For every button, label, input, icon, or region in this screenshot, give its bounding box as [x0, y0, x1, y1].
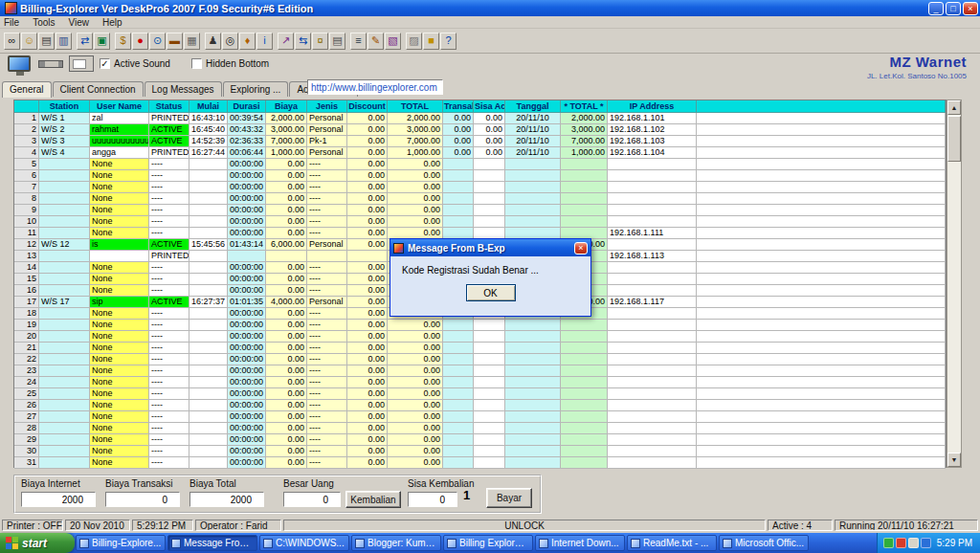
biaya-internet-field[interactable]: [21, 492, 96, 507]
table-row[interactable]: 30None----00:00:000.00----0.000.00: [14, 446, 946, 457]
maximize-button[interactable]: □: [946, 2, 961, 15]
help-icon[interactable]: ?: [440, 33, 457, 50]
database-icon[interactable]: ▦: [184, 33, 200, 50]
column-header[interactable]: Jenis: [307, 100, 347, 113]
table-row[interactable]: 19None----00:00:000.00----0.000.00: [14, 320, 946, 331]
column-header[interactable]: Sisa Acc: [474, 100, 505, 113]
network-status-icon[interactable]: [921, 538, 931, 548]
biaya-total-field[interactable]: [189, 492, 264, 507]
biaya-transaksi-field[interactable]: [105, 492, 180, 507]
column-header[interactable]: Biaya: [266, 100, 307, 113]
antivirus-icon[interactable]: [883, 538, 894, 548]
operators-icon[interactable]: ♟: [205, 33, 221, 50]
table-row[interactable]: 24None----00:00:000.00----0.000.00: [14, 377, 946, 388]
tab-general[interactable]: General: [2, 81, 52, 98]
info-icon[interactable]: i: [256, 33, 273, 50]
stop-icon[interactable]: ●: [132, 33, 148, 50]
column-header[interactable]: [697, 100, 946, 113]
column-header[interactable]: Tanggal: [505, 100, 561, 113]
sisa-kembalian-field[interactable]: [408, 492, 457, 507]
taskbar-item[interactable]: C:\WINDOWS...: [259, 535, 349, 551]
chart-icon[interactable]: ↗: [278, 33, 294, 50]
table-row[interactable]: 29None----00:00:000.00----0.000.00: [14, 434, 946, 446]
table-row[interactable]: 9None----00:00:000.00----0.000.00: [14, 205, 946, 216]
hidden-bottom-checkbox[interactable]: [191, 58, 202, 69]
coins-icon[interactable]: $: [115, 33, 131, 50]
column-header[interactable]: Transaksi: [443, 100, 474, 113]
taskbar-item[interactable]: Billing Explorer...: [443, 535, 533, 551]
table-row[interactable]: 26None----00:00:000.00----0.000.00: [14, 400, 946, 411]
search-client-icon[interactable]: ◎: [222, 33, 238, 50]
dialog-close-button[interactable]: ×: [574, 242, 588, 254]
table-row[interactable]: 27None----00:00:000.00----0.000.00: [14, 411, 946, 423]
table-row[interactable]: 1W/S 1zalPRINTED16:43:1000:39:542,000.00…: [14, 113, 946, 124]
kembalian-button[interactable]: Kembalian: [345, 491, 401, 508]
tab-client-connection[interactable]: Client Connection: [53, 81, 144, 97]
security-alert-icon[interactable]: [896, 538, 906, 548]
calculator-icon[interactable]: ≡: [350, 33, 367, 50]
column-header[interactable]: Mulai: [189, 100, 228, 113]
transfer-icon[interactable]: ⇆: [295, 33, 311, 50]
menu-tools[interactable]: Tools: [33, 17, 55, 28]
cash-register-icon[interactable]: ¤: [312, 33, 328, 50]
scroll-down-button[interactable]: ▼: [947, 453, 961, 467]
table-row[interactable]: 25None----00:00:000.00----0.000.00: [14, 388, 946, 400]
smiley-icon[interactable]: ☺: [21, 33, 37, 50]
table-row[interactable]: 6None----00:00:000.00----0.000.00: [14, 170, 946, 182]
scroll-thumb[interactable]: [947, 116, 961, 162]
table-row[interactable]: 4W/S 4anggaPRINTED16:27:4400:06:441,000.…: [14, 147, 946, 159]
taskbar-item[interactable]: Blogger: Kump...: [351, 535, 441, 551]
table-row[interactable]: 7None----00:00:000.00----0.000.00: [14, 182, 946, 193]
scroll-up-button[interactable]: ▲: [947, 100, 961, 115]
column-header[interactable]: * TOTAL *: [561, 100, 608, 113]
column-header[interactable]: Discount: [347, 100, 388, 113]
column-header[interactable]: TOTAL: [388, 100, 443, 113]
table-row[interactable]: 21None----00:00:000.00----0.000.00: [14, 343, 946, 354]
dialog-title-bar[interactable]: Message From B-Exp ×: [390, 239, 590, 256]
taskbar-item[interactable]: Message From ...: [167, 535, 257, 551]
column-header[interactable]: IP Address: [608, 100, 697, 113]
table-row[interactable]: 22None----00:00:000.00----0.000.00: [14, 354, 946, 365]
table-row[interactable]: 23None----00:00:000.00----0.000.00: [14, 365, 946, 377]
start-button[interactable]: start: [0, 533, 75, 553]
column-header[interactable]: Station: [39, 100, 90, 113]
menu-file[interactable]: File: [4, 17, 19, 28]
client-monitor-icon[interactable]: ▣: [94, 33, 110, 50]
palette-icon[interactable]: ▧: [385, 33, 401, 50]
besar-uang-field[interactable]: [283, 492, 341, 507]
print-report-icon[interactable]: ▤: [329, 33, 345, 50]
report-icon[interactable]: ▥: [56, 33, 72, 50]
menu-view[interactable]: View: [68, 17, 89, 28]
column-header[interactable]: User Name: [90, 100, 149, 113]
vertical-scrollbar[interactable]: ▲ ▼: [947, 100, 962, 468]
taskbar-item[interactable]: Billing-Explore...: [76, 535, 166, 551]
menu-help[interactable]: Help: [102, 17, 122, 28]
active-sound-checkbox[interactable]: ✓: [100, 58, 110, 69]
binoculars-icon[interactable]: ∞: [4, 33, 20, 50]
taskbar-item[interactable]: ReadMe.txt - ...: [627, 535, 717, 551]
notes-icon[interactable]: ▨: [406, 33, 422, 50]
tab-exploring[interactable]: Exploring ...: [223, 81, 289, 97]
taskbar-item[interactable]: Internet Down...: [535, 535, 625, 551]
member-card-icon[interactable]: ▬: [167, 33, 183, 50]
bayar-button[interactable]: Bayar: [486, 488, 532, 508]
broadcast-icon[interactable]: ⇄: [77, 33, 93, 50]
table-row[interactable]: 8None----00:00:000.00----0.000.00: [14, 193, 946, 205]
volume-icon[interactable]: [908, 538, 919, 548]
lock-icon[interactable]: ■: [423, 33, 439, 50]
taskbar-item[interactable]: Microsoft Offic...: [719, 535, 809, 551]
column-header[interactable]: Durasi: [228, 100, 266, 113]
ok-button[interactable]: OK: [466, 284, 516, 301]
table-row[interactable]: 2W/S 2rahmatACTIVE16:45:4000:43:323,000.…: [14, 124, 946, 136]
url-input[interactable]: [307, 79, 443, 95]
printer-icon[interactable]: ▤: [38, 33, 55, 50]
tab-log-messages[interactable]: Log Messages: [145, 81, 222, 97]
close-button[interactable]: ×: [963, 2, 978, 15]
minimize-button[interactable]: _: [928, 2, 944, 15]
column-header[interactable]: Status: [149, 100, 189, 113]
table-row[interactable]: 31None----00:00:000.00----0.000.00: [14, 457, 946, 469]
table-row[interactable]: 10None----00:00:000.00----0.000.00: [14, 216, 946, 228]
timer-icon[interactable]: ⊙: [149, 33, 166, 50]
table-row[interactable]: 28None----00:00:000.00----0.000.00: [14, 423, 946, 434]
table-row[interactable]: 5None----00:00:000.00----0.000.00: [14, 159, 946, 170]
